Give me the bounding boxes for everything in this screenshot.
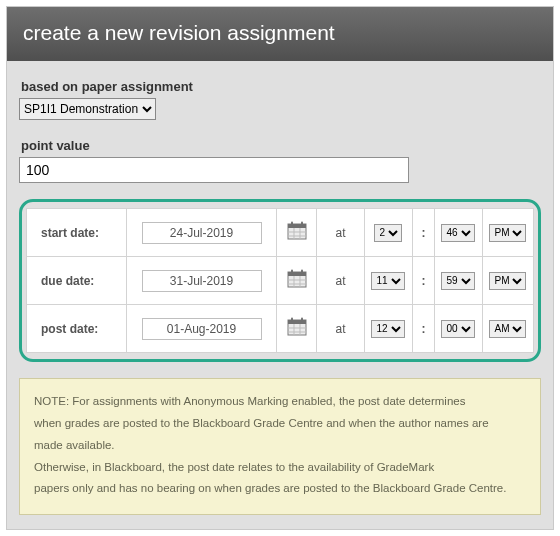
time-colon: :: [412, 257, 434, 305]
post-ampm-select[interactable]: AM: [489, 320, 526, 338]
note-line: made available.: [34, 435, 526, 457]
based-on-label: based on paper assignment: [21, 79, 541, 94]
svg-rect-17: [288, 320, 306, 324]
svg-rect-2: [291, 222, 293, 226]
svg-rect-11: [301, 270, 303, 274]
svg-rect-9: [288, 272, 306, 276]
post-date-input[interactable]: [142, 318, 262, 340]
calendar-icon[interactable]: [287, 269, 307, 292]
svg-rect-3: [301, 222, 303, 226]
at-label: at: [317, 257, 365, 305]
start-date-input[interactable]: [142, 222, 262, 244]
time-colon: :: [412, 209, 434, 257]
point-value-input[interactable]: [19, 157, 409, 183]
start-date-label: start date:: [27, 209, 127, 257]
dates-highlight: start date: at 2 : 46 PM due date: at 11…: [19, 199, 541, 362]
dates-table: start date: at 2 : 46 PM due date: at 11…: [26, 208, 534, 353]
table-row: due date: at 11 : 59 PM: [27, 257, 534, 305]
note-line: NOTE: For assignments with Anonymous Mar…: [34, 391, 526, 413]
post-minute-select[interactable]: 00: [441, 320, 475, 338]
form-body: based on paper assignment SP1I1 Demonstr…: [7, 61, 553, 529]
form-panel: create a new revision assignment based o…: [6, 6, 554, 530]
at-label: at: [317, 305, 365, 353]
due-ampm-select[interactable]: PM: [489, 272, 526, 290]
point-value-label: point value: [21, 138, 541, 153]
post-date-label: post date:: [27, 305, 127, 353]
due-date-label: due date:: [27, 257, 127, 305]
due-hour-select[interactable]: 11: [371, 272, 405, 290]
note-line: when grades are posted to the Blackboard…: [34, 413, 526, 435]
time-colon: :: [412, 305, 434, 353]
based-on-select[interactable]: SP1I1 Demonstration: [19, 98, 156, 120]
svg-rect-19: [301, 318, 303, 322]
table-row: start date: at 2 : 46 PM: [27, 209, 534, 257]
at-label: at: [317, 209, 365, 257]
start-hour-select[interactable]: 2: [374, 224, 402, 242]
note-line: papers only and has no bearing on when g…: [34, 478, 526, 500]
table-row: post date: at 12 : 00 AM: [27, 305, 534, 353]
note-line: Otherwise, in Blackboard, the post date …: [34, 457, 526, 479]
note-box: NOTE: For assignments with Anonymous Mar…: [19, 378, 541, 515]
start-ampm-select[interactable]: PM: [489, 224, 526, 242]
svg-rect-10: [291, 270, 293, 274]
due-minute-select[interactable]: 59: [441, 272, 475, 290]
svg-rect-1: [288, 224, 306, 228]
calendar-icon[interactable]: [287, 221, 307, 244]
start-minute-select[interactable]: 46: [441, 224, 475, 242]
page-title: create a new revision assignment: [7, 7, 553, 61]
post-hour-select[interactable]: 12: [371, 320, 405, 338]
calendar-icon[interactable]: [287, 317, 307, 340]
svg-rect-18: [291, 318, 293, 322]
due-date-input[interactable]: [142, 270, 262, 292]
